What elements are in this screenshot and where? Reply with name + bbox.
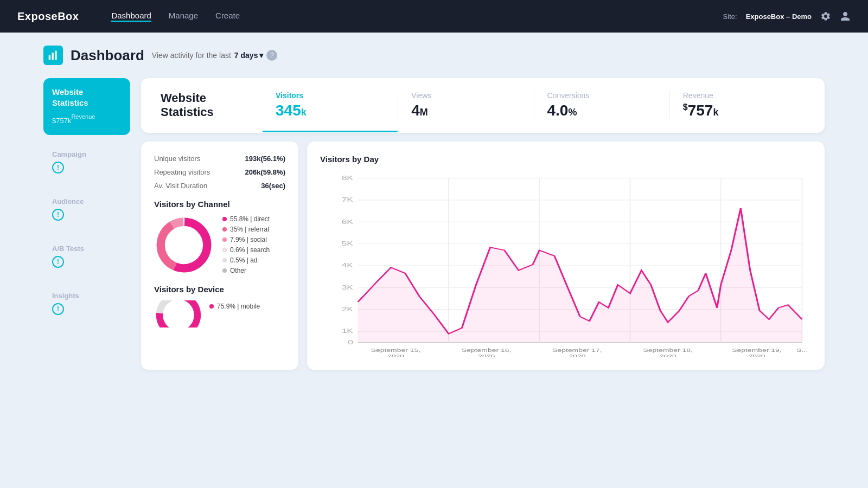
sidebar-item-insights[interactable]: Insights ! bbox=[43, 283, 130, 324]
help-icon[interactable]: ? bbox=[266, 50, 277, 61]
site-label: Site: bbox=[723, 12, 737, 21]
channel-donut-svg bbox=[154, 215, 214, 275]
legend-dot-direct bbox=[222, 217, 227, 221]
activity-days-selector[interactable]: 7 days ▾ bbox=[234, 51, 264, 60]
device-chart-area: 75.9% | mobile bbox=[154, 300, 285, 328]
svg-text:September 19,: September 19, bbox=[732, 348, 781, 353]
chart-area: 8K 7K 6K 5K 4K 3K 2K 1K 0 bbox=[320, 172, 812, 357]
sidebar-item-ab-tests[interactable]: A/B Tests ! bbox=[43, 236, 130, 277]
stat-visitors-label: Visitors bbox=[276, 91, 303, 100]
abtests-info-icon[interactable]: ! bbox=[52, 256, 64, 268]
device-section-title: Visitors by Device bbox=[154, 285, 285, 294]
svg-text:5K: 5K bbox=[342, 240, 354, 247]
stat-revenue-value: $757k bbox=[683, 102, 719, 119]
nav-right: Site: ExposeBox – Demo bbox=[723, 11, 851, 22]
legend-search: 0.6% | search bbox=[222, 246, 270, 254]
stats-bar: Website Statistics Visitors 345k Views 4… bbox=[141, 78, 825, 133]
channel-donut bbox=[154, 215, 214, 275]
legend-label-social: 7.9% | social bbox=[230, 236, 267, 243]
site-name: ExposeBox – Demo bbox=[746, 12, 812, 21]
gear-icon bbox=[820, 11, 831, 22]
device-section: Visitors by Device bbox=[154, 285, 285, 328]
svg-text:September 17,: September 17, bbox=[552, 348, 602, 353]
profile-button[interactable] bbox=[840, 11, 851, 22]
legend-dot-ad bbox=[222, 258, 227, 262]
svg-text:7K: 7K bbox=[342, 196, 354, 203]
nav-dashboard[interactable]: Dashboard bbox=[111, 11, 151, 22]
legend-dot-mobile bbox=[209, 304, 214, 309]
legend-label-direct: 55.8% | direct bbox=[230, 215, 270, 223]
device-donut-svg bbox=[154, 300, 203, 328]
sidebar-item-audience[interactable]: Audience ! bbox=[43, 189, 130, 229]
svg-point-9 bbox=[167, 228, 200, 261]
stat-conversions-value: 4.0% bbox=[547, 102, 577, 119]
page-header: Dashboard View activity for the last 7 d… bbox=[43, 46, 825, 65]
svg-text:September 16,: September 16, bbox=[462, 348, 511, 353]
svg-text:0: 0 bbox=[348, 339, 353, 345]
settings-button[interactable] bbox=[820, 11, 831, 22]
sidebar-insights-label: Insights bbox=[52, 292, 122, 300]
legend-dot-referral bbox=[222, 227, 227, 232]
bar-chart-icon bbox=[48, 50, 59, 61]
stat-views-value: 4M bbox=[411, 102, 428, 119]
activity-prefix: View activity for the last bbox=[152, 51, 231, 60]
page-title: Dashboard bbox=[71, 47, 144, 64]
unique-visitors-value: 193k(56.1%) bbox=[245, 155, 285, 163]
svg-text:2020: 2020 bbox=[569, 354, 585, 357]
nav-links: Dashboard Manage Create bbox=[111, 11, 701, 22]
stat-views[interactable]: Views 4M bbox=[398, 91, 534, 119]
sidebar-item-website-statistics[interactable]: Website Statistics $757kRevenue bbox=[43, 78, 130, 135]
audience-info-icon[interactable]: ! bbox=[52, 209, 64, 221]
repeating-visitors-label: Repeating visitors bbox=[154, 168, 210, 176]
channel-section-title: Visitors by Channel bbox=[154, 200, 285, 209]
right-panel: Visitors by Day bbox=[307, 142, 825, 370]
stat-revenue[interactable]: Revenue $757k bbox=[670, 91, 805, 119]
visitors-by-day-chart: 8K 7K 6K 5K 4K 3K 2K 1K 0 bbox=[320, 172, 812, 357]
channel-chart: 55.8% | direct 35% | referral 7.9% | soc… bbox=[154, 215, 285, 275]
content-area: Website Statistics Visitors 345k Views 4… bbox=[141, 78, 825, 370]
stat-visitors-value: 345k bbox=[276, 102, 307, 119]
nav-create[interactable]: Create bbox=[215, 11, 240, 22]
page: Dashboard View activity for the last 7 d… bbox=[0, 33, 868, 383]
svg-text:2K: 2K bbox=[342, 306, 354, 312]
unique-visitors-row: Unique visitors 193k(56.1%) bbox=[154, 155, 285, 163]
chart-title: Visitors by Day bbox=[320, 155, 812, 164]
left-panel: Unique visitors 193k(56.1%) Repeating vi… bbox=[141, 142, 298, 370]
activity-filter: View activity for the last 7 days ▾ ? bbox=[152, 50, 278, 61]
legend-social: 7.9% | social bbox=[222, 236, 270, 243]
svg-text:8K: 8K bbox=[342, 175, 354, 181]
nav-manage[interactable]: Manage bbox=[169, 11, 198, 22]
legend-direct: 55.8% | direct bbox=[222, 215, 270, 223]
av-visit-row: Av. Visit Duration 36(sec) bbox=[154, 182, 285, 190]
legend-label-mobile: 75.9% | mobile bbox=[217, 303, 260, 310]
dashboard-icon bbox=[43, 46, 63, 65]
navbar: ExposeBox Dashboard Manage Create Site: … bbox=[0, 0, 868, 33]
campaign-info-icon[interactable]: ! bbox=[52, 162, 64, 174]
repeating-visitors-row: Repeating visitors 206k(59.8%) bbox=[154, 168, 285, 176]
svg-text:6K: 6K bbox=[342, 219, 354, 225]
svg-text:1K: 1K bbox=[342, 328, 354, 335]
svg-point-12 bbox=[165, 301, 192, 328]
sidebar-abtests-label: A/B Tests bbox=[52, 245, 122, 253]
main-layout: Website Statistics $757kRevenue Campaign… bbox=[43, 78, 825, 370]
sidebar-active-suffix: Revenue bbox=[71, 113, 95, 120]
user-icon bbox=[840, 11, 851, 22]
sidebar-active-value: $757kRevenue bbox=[52, 112, 122, 126]
sidebar-active-title: Website Statistics bbox=[52, 87, 122, 108]
sidebar: Website Statistics $757kRevenue Campaign… bbox=[43, 78, 130, 370]
stat-visitors[interactable]: Visitors 345k bbox=[263, 91, 398, 119]
svg-rect-0 bbox=[49, 55, 50, 60]
sidebar-item-campaign[interactable]: Campaign ! bbox=[43, 142, 130, 182]
svg-text:September 15,: September 15, bbox=[371, 348, 420, 353]
repeating-visitors-value: 206k(59.8%) bbox=[245, 168, 285, 176]
insights-info-icon[interactable]: ! bbox=[52, 303, 64, 315]
device-legend: 75.9% | mobile bbox=[209, 303, 260, 310]
legend-label-search: 0.6% | search bbox=[230, 246, 270, 254]
unique-visitors-label: Unique visitors bbox=[154, 155, 200, 163]
stat-conversions[interactable]: Conversions 4.0% bbox=[534, 91, 670, 119]
svg-text:2020: 2020 bbox=[660, 354, 676, 357]
channel-legend: 55.8% | direct 35% | referral 7.9% | soc… bbox=[222, 215, 270, 274]
stat-views-label: Views bbox=[411, 91, 431, 100]
app-logo: ExposeBox bbox=[17, 10, 79, 23]
svg-text:2020: 2020 bbox=[478, 354, 495, 357]
